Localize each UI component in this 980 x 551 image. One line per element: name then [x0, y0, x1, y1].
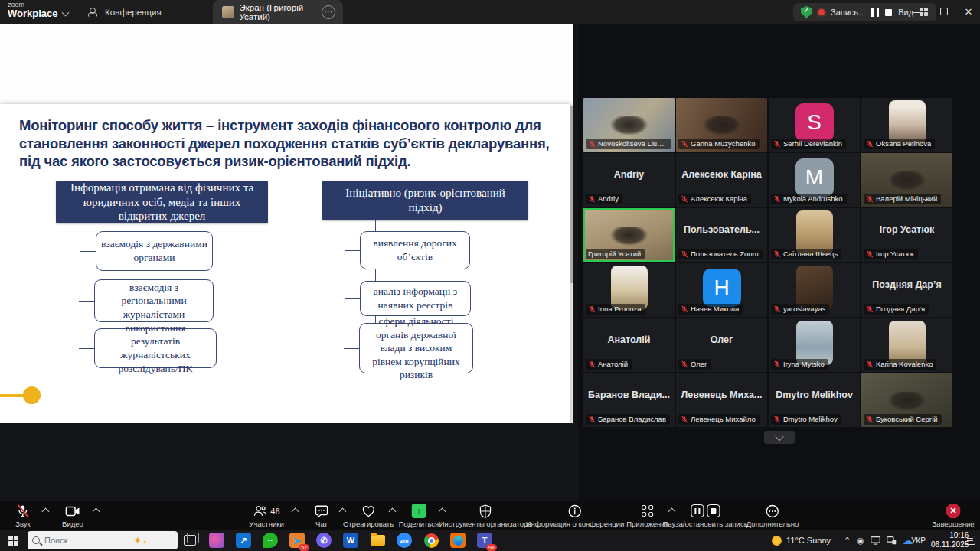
more-button[interactable]: Дополнительно [746, 504, 799, 528]
participant-tile[interactable]: Анатолій Анатолій [583, 318, 675, 372]
taskbar-search[interactable]: ✦✦ [28, 531, 178, 549]
host-tools-button[interactable]: Инструменты организатора [439, 504, 531, 528]
muted-mic-icon [866, 416, 874, 423]
participant-tile[interactable]: Григорій Усатий [583, 208, 675, 262]
start-button[interactable] [0, 530, 26, 551]
zoom-workplace-logo[interactable]: zoom Workplace [8, 2, 58, 19]
participant-center-name: Олег [676, 334, 767, 345]
meeting-info-button[interactable]: Информация о конференции [526, 504, 625, 528]
muted-mic-icon [681, 360, 688, 368]
participant-tile[interactable]: S Serhii Dereviankin [769, 98, 860, 152]
participant-tile[interactable]: Валерій Мініцький [861, 153, 952, 207]
zoom-app-button[interactable]: zm [395, 531, 413, 549]
pause-stop-recording-button[interactable]: Пауза/остановить запись [662, 504, 747, 528]
teams-badge: 9+ [486, 544, 497, 551]
participant-tile[interactable]: Ігор Усатюк Ігор Усатюк [861, 208, 952, 262]
participant-tile[interactable]: Поздняя Дар’я Поздняя Дар’я [861, 263, 952, 317]
maximize-button[interactable] [931, 0, 957, 23]
chrome-button[interactable] [422, 531, 440, 549]
tray-network-icon[interactable] [887, 536, 897, 545]
camera-icon [65, 504, 80, 518]
zoom-toolbar: Звук Видео 46 Участники Чат Отреагироват… [0, 501, 980, 530]
participant-tile[interactable]: Iryna Mytsko [769, 318, 860, 372]
participant-tile[interactable]: Oksana Petinova [861, 98, 952, 152]
share-button[interactable]: ↑ Поделиться [399, 504, 439, 528]
connector-line [80, 223, 80, 348]
participant-tile[interactable]: Баранов Влади... Баранов Владислав [583, 373, 675, 427]
video-menu-chevron-icon[interactable] [93, 508, 100, 516]
chat-button[interactable]: Чат [315, 504, 329, 528]
file-explorer-button[interactable] [368, 531, 387, 549]
participant-name-label: Буковський Сергій [864, 414, 942, 425]
edge-button[interactable] [449, 531, 467, 549]
audio-button[interactable]: Звук [15, 504, 30, 528]
security-shield-icon[interactable] [801, 6, 812, 18]
slide-left-header-box: Інформація отримана від фізичних та юрид… [56, 181, 268, 223]
pause-recording-icon[interactable] [871, 8, 879, 17]
chat-label: Чат [315, 520, 328, 528]
end-meeting-button[interactable]: ✕ Завершение [932, 504, 974, 528]
teams-button[interactable]: T 9+ [475, 531, 494, 549]
viber-button[interactable]: ✆ [315, 531, 333, 549]
participant-tile[interactable]: Inna Pronoza [583, 263, 675, 317]
participant-tile[interactable]: M Mykola Andrushko [769, 153, 860, 207]
participant-tile[interactable]: Левенець Миха... Левенець Михайло [676, 373, 767, 427]
action-center-button[interactable] [965, 530, 975, 551]
workspace-dropdown-chevron-icon[interactable] [62, 9, 70, 17]
participant-name-label: Левенець Михайло [678, 414, 760, 425]
participants-menu-chevron-icon[interactable] [292, 508, 299, 516]
participant-tile[interactable]: Пользователь... Пользователь Zoom [676, 208, 767, 262]
participant-tile[interactable]: Novoskoltseva Liudmyla [583, 98, 675, 152]
participant-tile[interactable]: Dmytro Melikhov Dmytro Melikhov [769, 373, 860, 427]
snipping-tool-button[interactable]: ↗ [234, 531, 253, 549]
word-button[interactable]: W [341, 531, 360, 549]
pause-stop-label: Пауза/остановить запись [662, 520, 747, 528]
weather-widget[interactable]: 11°C Sunny [772, 530, 831, 551]
participant-tile[interactable]: Ganna Muzychenko [676, 98, 767, 152]
end-meeting-label: Завершение [932, 520, 974, 528]
telegram-button[interactable]: ➤ 52 [288, 531, 306, 549]
task-view-button[interactable] [181, 531, 199, 549]
viber-icon: ✆ [316, 533, 332, 548]
scrollbar-thumb[interactable] [570, 106, 573, 283]
tray-display-icon[interactable] [871, 536, 880, 545]
search-input[interactable] [44, 536, 129, 545]
muted-mic-icon [773, 360, 781, 368]
participants-label: Участники [249, 520, 283, 528]
participant-tile[interactable]: yaroslavayas [769, 263, 860, 317]
stop-recording-icon[interactable] [707, 504, 720, 517]
muted-mic-icon [866, 195, 874, 203]
audio-menu-chevron-icon[interactable] [42, 508, 50, 516]
tab-conference[interactable]: Конференция [79, 0, 171, 24]
participant-name-label: Анатолій [586, 359, 632, 370]
minimize-button[interactable]: — [905, 0, 931, 23]
clock[interactable]: 10:16 06.11.2025 [931, 530, 969, 551]
participants-button[interactable]: 46 Участники [249, 504, 283, 528]
pause-recording-icon[interactable] [691, 504, 704, 517]
close-button[interactable]: ✕ [956, 0, 980, 23]
participant-name-label: Novoskoltseva Liudmyla [586, 139, 671, 149]
tray-record-icon[interactable]: ◉ [857, 536, 864, 546]
audio-label: Звук [15, 520, 30, 528]
logo-workplace-text: Workplace [8, 8, 58, 19]
more-participants-button[interactable] [764, 431, 795, 444]
tray-expand-chevron-icon[interactable]: ⌃ [844, 536, 851, 546]
participant-tile[interactable]: Andriy Andriy [583, 153, 675, 207]
paint-app-button[interactable] [207, 531, 226, 549]
participant-name-label: Валерій Мініцький [864, 194, 941, 204]
participant-tile[interactable]: Karina Kovalenko [861, 318, 952, 372]
react-button[interactable]: Отреагировать [343, 504, 394, 528]
participant-tile[interactable]: Світлана Швець [769, 208, 860, 262]
wechat-button[interactable]: ·· [261, 531, 279, 549]
video-button[interactable]: Видео [62, 504, 83, 528]
participant-tile[interactable]: Алексеюк Каріна Алексеюк Каріна [676, 153, 767, 207]
tab-options-ellipsis-icon[interactable]: ··· [322, 5, 335, 19]
participant-name-label: Andriy [586, 194, 622, 204]
participant-tile[interactable]: Буковський Сергій [861, 373, 952, 427]
participant-tile[interactable]: Олег Олег [676, 318, 767, 372]
file-explorer-icon [371, 535, 385, 546]
stop-recording-icon[interactable] [885, 9, 892, 16]
participant-tile[interactable]: H Начев Микола [676, 263, 767, 317]
language-indicator[interactable]: УКР [911, 530, 926, 551]
wechat-icon: ·· [263, 533, 278, 548]
